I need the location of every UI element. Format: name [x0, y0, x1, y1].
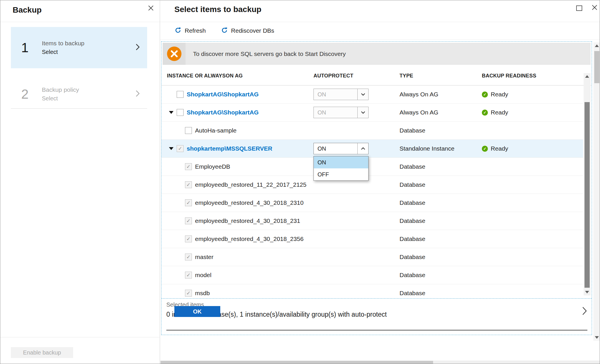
row-type: Database — [400, 194, 425, 212]
scroll-up-icon[interactable] — [585, 75, 589, 78]
step-items-to-backup[interactable]: 1 Items to backup Select — [11, 27, 147, 68]
table-row[interactable]: ✓shopkartemp\MSSQLSERVERONStandalone Ins… — [161, 140, 583, 158]
close-icon[interactable] — [147, 4, 155, 13]
readiness-label: Ready — [491, 91, 508, 98]
table-row[interactable]: ✓masterDatabase — [161, 248, 583, 266]
toolbar: Refresh Rediscover DBs — [160, 22, 600, 40]
table-row[interactable]: ✓modelDatabase — [161, 266, 583, 284]
close-icon[interactable] — [591, 4, 598, 12]
step-texts: Backup policy Select — [42, 86, 136, 102]
row-name-cell: ✓shopkartemp\MSSQLSERVER — [169, 140, 272, 157]
row-checkbox[interactable]: ✓ — [185, 163, 192, 170]
readiness-label: Ready — [491, 145, 508, 152]
table-row[interactable]: ShopkartAG\ShopkartAGONAlways On AG✓Read… — [161, 85, 583, 104]
table-row[interactable]: ✓employeedb_restored_11_22_2017_2125Data… — [161, 176, 583, 194]
row-name-cell: ✓employeedb_restored_11_22_2017_2125 — [169, 176, 306, 194]
step-sublabel: Select — [42, 95, 136, 102]
row-checkbox[interactable]: ✓ — [185, 181, 192, 188]
refresh-label: Refresh — [185, 27, 206, 34]
scrollbar-thumb[interactable] — [594, 51, 599, 83]
row-checkbox[interactable] — [185, 127, 192, 134]
row-type: Database — [400, 248, 425, 266]
row-type: Database — [400, 212, 425, 230]
refresh-icon — [221, 27, 228, 35]
panel-horizontal-scrollbar[interactable] — [160, 361, 600, 364]
caret-down-icon — [169, 111, 174, 114]
scrollbar-thumb[interactable] — [161, 361, 433, 364]
step-label: Items to backup — [42, 40, 136, 47]
step-number: 2 — [21, 86, 38, 102]
rediscover-dbs-button[interactable]: Rediscover DBs — [221, 27, 274, 35]
maximize-icon[interactable] — [576, 5, 582, 11]
select-items-blade: Select items to backup Refresh — [160, 0, 600, 364]
panel-vertical-scrollbar[interactable] — [593, 42, 600, 341]
caret-down-icon — [169, 147, 174, 150]
step-backup-policy[interactable]: 2 Backup policy Select — [11, 80, 147, 109]
tools-icon — [167, 46, 182, 61]
table-row[interactable]: AutoHa-sampleDatabase — [161, 122, 583, 140]
autoprotect-dropdown[interactable]: ON — [313, 143, 369, 154]
row-name-text: employeedb_restored_4_30_2018_2356 — [195, 235, 303, 242]
readiness-label: Ready — [491, 109, 508, 116]
row-checkbox[interactable]: ✓ — [185, 235, 192, 242]
row-expander-icon[interactable] — [169, 111, 177, 114]
row-expander-icon[interactable] — [169, 147, 177, 150]
table-row[interactable]: ✓employeedb_restored_4_30_2018_231Databa… — [161, 212, 583, 230]
row-name-text: employeedb_restored_4_30_2018_2310 — [195, 199, 303, 206]
scroll-down-icon[interactable] — [595, 336, 599, 339]
ready-check-icon: ✓ — [482, 92, 488, 98]
items-grid-container: To discover more SQL servers go back to … — [161, 41, 592, 335]
refresh-button[interactable]: Refresh — [174, 27, 206, 35]
row-name-cell: ✓employeedb_restored_4_30_2018_231 — [169, 212, 300, 230]
scrollbar-thumb[interactable] — [585, 102, 590, 288]
row-checkbox[interactable]: ✓ — [185, 254, 192, 260]
step-label: Backup policy — [42, 86, 136, 93]
grid-vertical-scrollbar[interactable] — [584, 73, 591, 295]
chevron-up-icon — [357, 143, 368, 154]
ok-button[interactable]: OK — [174, 306, 220, 317]
row-name-link[interactable]: ShopkartAG\ShopkartAG — [187, 109, 259, 116]
blade-title: Backup — [13, 5, 42, 15]
row-name-cell: ✓model — [169, 266, 211, 284]
table-row[interactable]: ✓employeedb_restored_4_30_2018_2310Datab… — [161, 194, 583, 212]
row-readiness-cell: ✓Ready — [482, 104, 508, 121]
row-checkbox[interactable] — [177, 109, 184, 116]
table-row[interactable]: ShopkartAG\ShopkartAGONAlways On AG✓Read… — [161, 104, 583, 122]
table-header-row: INSTANCE OR ALWAYSON AG AUTOPROTECT TYPE… — [161, 66, 592, 85]
autoprotect-dropdown[interactable]: ON — [313, 89, 369, 100]
row-readiness-cell: ✓Ready — [482, 140, 508, 157]
row-name-cell: ShopkartAG\ShopkartAG — [169, 85, 259, 103]
banner-icon-box — [163, 43, 186, 65]
row-name-cell: ✓employeedb_restored_4_30_2018_2356 — [169, 230, 303, 248]
row-name-text: EmployeeDB — [195, 163, 230, 170]
row-type: Always On AG — [400, 85, 438, 103]
row-type: Database — [400, 284, 425, 298]
table-row[interactable]: ✓msdbDatabase — [161, 284, 583, 298]
footer-divider — [0, 337, 160, 337]
selected-items-chevron-icon[interactable] — [582, 306, 587, 317]
autoprotect-dropdown[interactable]: ON — [313, 107, 369, 118]
table-row[interactable]: ✓EmployeeDBDatabase — [161, 158, 583, 176]
scroll-up-icon[interactable] — [595, 44, 599, 47]
row-type: Database — [400, 122, 425, 139]
row-name-text: employeedb_restored_11_22_2017_2125 — [195, 181, 306, 188]
discovery-info-banner: To discover more SQL servers go back to … — [163, 43, 591, 65]
chevron-down-icon — [357, 89, 368, 100]
scroll-down-icon[interactable] — [585, 291, 589, 293]
enable-backup-button[interactable]: Enable backup — [11, 347, 73, 358]
row-checkbox[interactable]: ✓ — [185, 290, 192, 297]
table-row[interactable]: ✓employeedb_restored_4_30_2018_2356Datab… — [161, 230, 583, 248]
autoprotect-value: ON — [314, 143, 357, 154]
row-checkbox[interactable]: ✓ — [185, 217, 192, 224]
ready-check-icon: ✓ — [482, 146, 488, 152]
column-header-backup-readiness: BACKUP READINESS — [482, 66, 536, 85]
dropdown-option-off[interactable]: OFF — [314, 168, 368, 180]
row-name-link[interactable]: shopkartemp\MSSQLSERVER — [187, 145, 272, 152]
row-checkbox[interactable] — [177, 91, 184, 98]
row-name-cell: ✓employeedb_restored_4_30_2018_2310 — [169, 194, 303, 212]
row-name-link[interactable]: ShopkartAG\ShopkartAG — [187, 91, 259, 98]
row-checkbox[interactable]: ✓ — [185, 199, 192, 206]
row-checkbox[interactable]: ✓ — [185, 272, 192, 279]
dropdown-option-on[interactable]: ON — [314, 156, 368, 168]
row-checkbox[interactable]: ✓ — [177, 145, 184, 152]
